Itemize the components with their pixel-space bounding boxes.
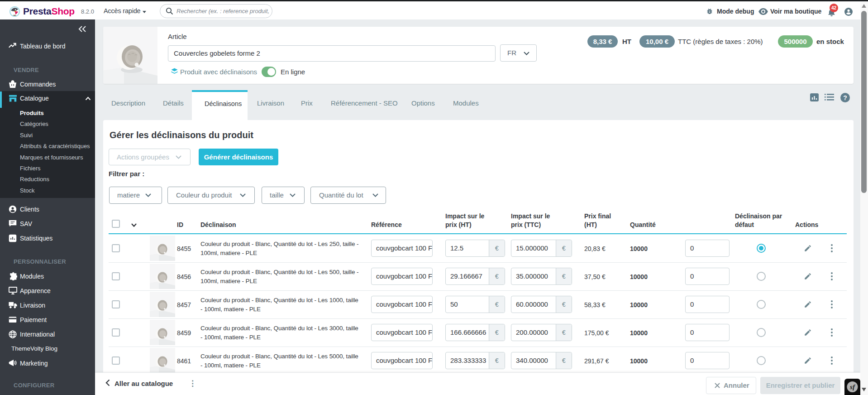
svg-text:sf: sf — [849, 383, 856, 390]
svg-text:?: ? — [843, 94, 847, 101]
